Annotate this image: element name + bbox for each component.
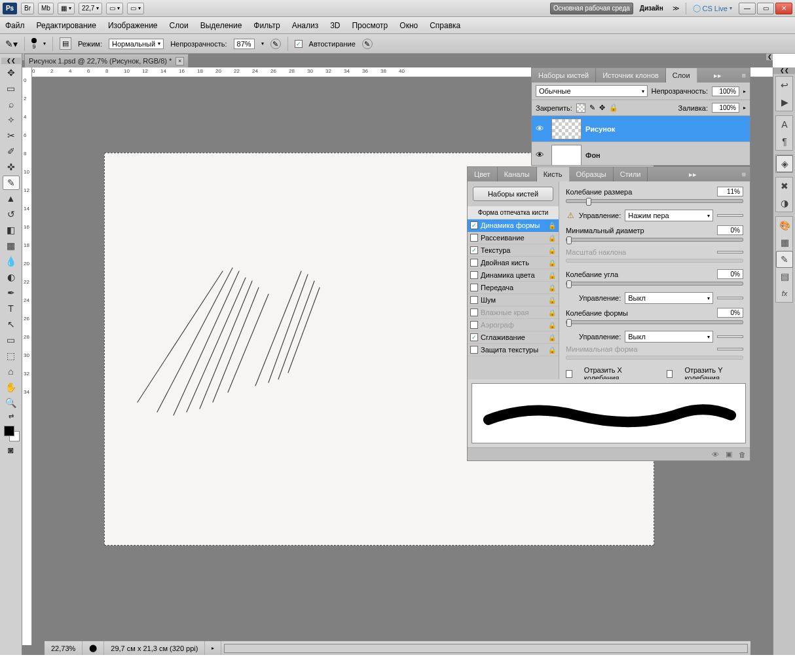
lock-pixels-icon[interactable]: ✎	[589, 103, 595, 112]
quickselect-tool[interactable]: ✧	[3, 113, 20, 127]
menu-image[interactable]: Изображение	[108, 21, 158, 30]
brush-option-checkbox[interactable]: ✓	[470, 333, 478, 341]
zoom-tool[interactable]: 🔍	[3, 396, 20, 410]
view-extras-dropdown[interactable]: ▦	[58, 3, 75, 14]
pencil-icon[interactable]: ✎▾	[5, 39, 18, 49]
marquee-tool[interactable]: ▭	[3, 81, 20, 96]
lock-icon[interactable]: 🔒	[548, 309, 556, 316]
menu-file[interactable]: Файл	[5, 21, 25, 30]
tablet-size-icon[interactable]: ✎	[362, 39, 373, 49]
swap-colors-icon[interactable]: ⇄	[3, 411, 20, 420]
status-flyout-icon[interactable]: ▸	[205, 641, 221, 655]
size-jitter-input[interactable]: 11%	[717, 187, 743, 196]
adjustments-panel-icon[interactable]: ✖	[776, 177, 793, 195]
workspace-main-button[interactable]: Основная рабочая среда	[550, 3, 633, 14]
new-brush-icon[interactable]: ▣	[726, 450, 732, 458]
flip-x-checkbox[interactable]	[566, 370, 572, 378]
zoom-dropdown[interactable]: 22,7	[79, 3, 102, 14]
layers-panel-icon[interactable]: ◈	[776, 155, 793, 172]
color-panel-icon[interactable]: 🎨	[776, 217, 793, 234]
toggle-preview-icon[interactable]: 👁‍	[712, 451, 719, 458]
dodge-tool[interactable]: ◐	[3, 270, 20, 284]
angle-control-dropdown[interactable]: Выкл	[625, 292, 713, 304]
cslive-dropdown[interactable]: ◯ CS Live	[690, 3, 735, 14]
history-panel-icon[interactable]: ↩	[776, 77, 793, 94]
swatches-panel-icon[interactable]: ▦	[776, 234, 793, 251]
tab-swatches[interactable]: Образцы	[570, 167, 614, 181]
autoerase-checkbox[interactable]: ✓	[295, 40, 303, 48]
mode-dropdown[interactable]: Нормальный	[109, 39, 164, 49]
lock-icon[interactable]: 🔒	[548, 259, 556, 267]
path-tool[interactable]: ↖	[3, 317, 20, 331]
lock-icon[interactable]: 🔒	[548, 334, 556, 341]
tab-channels[interactable]: Каналы	[498, 167, 537, 181]
brush-option-item[interactable]: ✓Текстура🔒	[468, 244, 559, 257]
close-button[interactable]: ✕	[775, 3, 792, 14]
minimize-button[interactable]: —	[739, 3, 756, 14]
brush-preset-picker[interactable]: 9	[31, 38, 37, 50]
horizontal-scrollbar[interactable]	[224, 644, 748, 653]
styles-panel-icon[interactable]: fx	[776, 285, 793, 302]
lasso-tool[interactable]: ⌕	[3, 97, 20, 111]
status-dimensions[interactable]: 29,7 см x 21,3 см (320 ppi)	[104, 641, 205, 655]
right-panel-collapse[interactable]: ❮	[766, 54, 773, 60]
roundness-jitter-slider[interactable]	[566, 320, 743, 324]
tab-styles[interactable]: Стили	[614, 167, 648, 181]
tablet-opacity-icon[interactable]: ✎	[270, 39, 281, 49]
lock-icon[interactable]: 🔒	[548, 346, 556, 354]
minibridge-button[interactable]: Mb	[38, 3, 54, 14]
move-tool[interactable]: ✥	[3, 65, 20, 80]
color-swatches[interactable]	[3, 424, 20, 441]
panel-collapse-icon[interactable]: ▸▸	[710, 68, 726, 83]
menu-select[interactable]: Выделение	[200, 21, 242, 30]
dock-collapse[interactable]: ❮❮	[773, 67, 795, 74]
brush-option-item[interactable]: Защита текстуры🔒	[468, 344, 559, 356]
panel-menu-icon[interactable]: ≡	[738, 167, 750, 181]
menu-filter[interactable]: Фильтр	[253, 21, 280, 30]
lock-position-icon[interactable]: ✥	[599, 103, 605, 112]
3d-tool[interactable]: ⬚	[3, 348, 20, 363]
brush-option-checkbox[interactable]	[470, 284, 478, 291]
healing-tool[interactable]: ✜	[3, 160, 20, 174]
eraser-tool[interactable]: ◧	[3, 223, 20, 237]
brush-panel-toggle-icon[interactable]: ▤	[60, 37, 71, 50]
status-info-icon[interactable]: ⬤	[83, 641, 104, 655]
fill-input[interactable]: 100%	[712, 103, 739, 113]
document-tab[interactable]: Рисунок 1.psd @ 22,7% (Рисунок, RGB/8) *…	[24, 54, 189, 67]
layer-thumbnail[interactable]	[551, 145, 582, 166]
hand-tool[interactable]: ✋	[3, 380, 20, 394]
brush-option-checkbox[interactable]	[470, 296, 478, 304]
history-brush-tool[interactable]: ↺	[3, 207, 20, 221]
masks-panel-icon[interactable]: ◑	[776, 195, 793, 212]
min-diameter-input[interactable]: 0%	[717, 225, 743, 235]
tab-color[interactable]: Цвет	[468, 167, 498, 181]
lock-icon[interactable]: 🔒	[548, 247, 556, 254]
brush-option-item[interactable]: Динамика цвета🔒	[468, 269, 559, 282]
menu-layer[interactable]: Слои	[170, 21, 189, 30]
blur-tool[interactable]: 💧	[3, 254, 20, 269]
layer-row[interactable]: 👁 Рисунок	[532, 116, 750, 142]
visibility-icon[interactable]: 👁	[532, 124, 547, 134]
lock-transparency-icon[interactable]	[576, 103, 585, 113]
brush-option-item[interactable]: Рассеивание🔒	[468, 232, 559, 244]
tab-clone-source[interactable]: Источник клонов	[596, 68, 666, 83]
character-panel-icon[interactable]: A	[776, 116, 793, 133]
menu-help[interactable]: Справка	[430, 21, 460, 30]
toolbox-collapse[interactable]: ❮❮	[1, 58, 21, 64]
lock-all-icon[interactable]: 🔒	[609, 103, 618, 112]
brush-option-item[interactable]: Двойная кисть🔒	[468, 257, 559, 269]
arrange-dropdown[interactable]: ▭	[106, 3, 123, 14]
lock-icon[interactable]: 🔒	[548, 322, 556, 329]
menu-edit[interactable]: Редактирование	[37, 21, 96, 30]
stamp-tool[interactable]: ▲	[3, 191, 20, 206]
tab-brush[interactable]: Кисть	[537, 167, 570, 181]
angle-jitter-input[interactable]: 0%	[717, 269, 743, 279]
flip-y-checkbox[interactable]	[667, 370, 673, 378]
tab-brush-presets[interactable]: Наборы кистей	[532, 68, 596, 83]
layer-opacity-input[interactable]: 100%	[712, 86, 739, 96]
eyedropper-tool[interactable]: ✐	[3, 144, 20, 159]
gradient-tool[interactable]: ▦	[3, 238, 20, 253]
menu-view[interactable]: Просмотр	[352, 21, 388, 30]
lock-icon[interactable]: 🔒	[548, 284, 556, 291]
layer-row[interactable]: 👁 Фон	[532, 142, 750, 168]
